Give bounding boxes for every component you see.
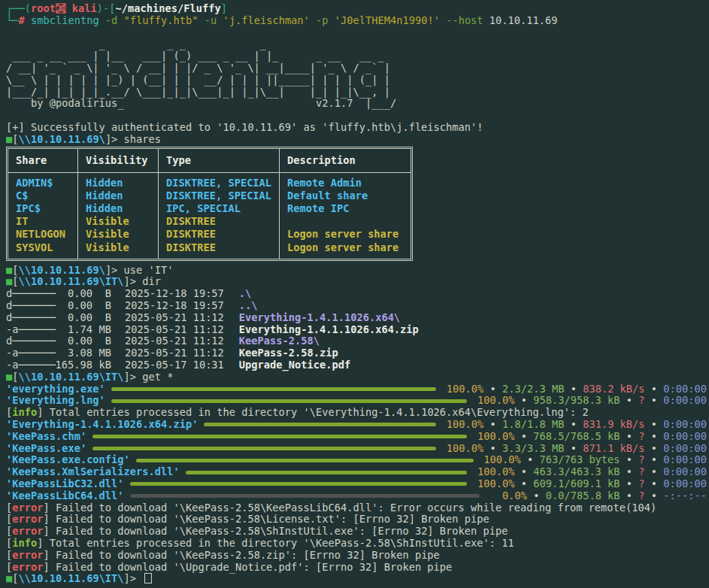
transfer-speed: 831.9 kB/s	[583, 419, 644, 431]
transfer-speed: ?	[638, 395, 644, 407]
table-cell: IT	[8, 215, 77, 228]
transfer-speed: ?	[638, 454, 644, 466]
transfer-speed: 838.2 kB/s	[583, 383, 644, 396]
dir-entry: -a──────1.74MB2025-05-21 11:12Everything…	[6, 324, 707, 336]
table-cell: Remote Admin	[280, 177, 411, 189]
error-message: [error] Failed to download '\KeePass-2.5…	[6, 502, 707, 514]
file-attributes: d───────	[6, 300, 51, 312]
prompt-close: ]>	[124, 572, 143, 584]
transfer-row: 'everything.exe'100.0% • 2.3/2.3 MB • 83…	[6, 383, 707, 396]
transfer-row: 'KeePass.exe'100.0% • 3.3/3.3 MB • 871.1…	[6, 443, 707, 455]
shell-command-line: └─# smbclientng -d "fluffy.htb" -u 'j.fl…	[6, 15, 707, 27]
prompt-square-icon: ■	[6, 133, 12, 145]
file-size: 1.74	[51, 324, 92, 336]
transfer-filename: 'KeePass.exe.config'	[6, 454, 130, 466]
transfer-size: 1.8/1.8 MB	[502, 419, 564, 431]
progress-bar	[92, 435, 467, 438]
bracket: [	[6, 549, 12, 561]
bracket: [	[6, 406, 12, 418]
blank-line	[6, 27, 707, 39]
prompt-frame: ]	[221, 2, 227, 14]
typed-command: shares	[124, 133, 161, 145]
transfer-speed: ?	[638, 490, 644, 502]
transfer-filename: 'Everything.lng'	[6, 395, 105, 407]
file-size-unit: B	[92, 300, 111, 312]
shares-table: Share ADMIN$ C$ IPC$ IT NETLOGON SYSVOL …	[6, 147, 413, 261]
command-name: smbclientng	[25, 14, 99, 26]
error-message: [error] Failed to download '\KeePass-2.5…	[6, 550, 707, 562]
table-cell: Default share	[280, 189, 411, 202]
progress-bar	[111, 399, 468, 403]
file-size-unit: B	[92, 312, 111, 324]
file-name: Upgrade_Notice.pdf	[239, 359, 350, 371]
bracket: ]	[43, 502, 55, 514]
message-text: Failed to download '\KeePass-2.58\KeePas…	[56, 502, 656, 514]
prompt-square-icon: ■	[6, 572, 12, 584]
column-header: Type	[159, 149, 279, 173]
table-cell: Hidden	[78, 189, 158, 202]
bullet-separator: •	[645, 466, 664, 478]
progress-bar-empty	[130, 494, 480, 498]
bullet-separator: •	[521, 454, 540, 466]
file-size: 0.00	[51, 288, 92, 300]
table-cell: ADMIN$	[8, 177, 77, 189]
transfer-time: 0:00:00	[663, 443, 707, 455]
transfer-row: 'Everything-1.4.1.1026.x64.zip'100.0% • …	[6, 419, 707, 431]
file-size-unit: MB	[92, 347, 111, 359]
error-tag: error	[12, 502, 43, 514]
bracket: [	[6, 513, 12, 525]
transfer-size: 463.3/463.3 kB	[533, 466, 620, 478]
table-cell: Logon server share	[280, 241, 411, 254]
file-size: 0.00	[51, 300, 92, 312]
prompt-user: root㉉ kali	[31, 2, 97, 14]
info-message: [info] Total entries processed in the di…	[6, 407, 707, 419]
dir-entry: -a──────3.08MB2025-05-21 11:12KeePass-2.…	[6, 347, 707, 359]
table-cell: Hidden	[78, 202, 158, 215]
table-cell: Visible	[78, 228, 158, 241]
info-message: [info] Total entries processed in the di…	[6, 538, 707, 550]
table-cell: Visible	[78, 241, 158, 254]
bullet-separator: •	[645, 443, 664, 455]
bullet-separator: •	[645, 383, 664, 396]
file-date: 2025-05-17 10:31	[125, 359, 224, 371]
bullet-separator: •	[564, 443, 583, 455]
file-date: 2025-05-21 11:12	[125, 324, 224, 336]
prompt-square-icon: ■	[6, 264, 12, 276]
transfer-speed: ?	[638, 478, 644, 490]
transfer-size: 763/763 bytes	[539, 454, 620, 466]
text-cursor[interactable]	[144, 573, 152, 583]
table-cell: NETLOGON	[8, 228, 77, 241]
ascii-banner-line: \__ \ | | | | | |_) | (__| | | __/ | | |…	[6, 74, 707, 86]
typed-command: use 'IT'	[124, 264, 174, 276]
transfer-time: 0:00:00	[663, 478, 707, 490]
directory-name: KeePass-2.58\	[239, 335, 320, 347]
prompt-frame: └─	[6, 14, 18, 26]
directory-name: .\	[239, 288, 251, 300]
transfer-filename: 'KeePass.XmlSerializers.dll'	[6, 466, 180, 478]
prompt-close: ]>	[124, 371, 143, 383]
message-text: Total entries processed in the directory…	[50, 537, 514, 549]
file-size: 0.00	[51, 335, 92, 347]
file-size: 0.00	[51, 312, 92, 324]
file-date: 2025-12-18 19:57	[125, 288, 224, 300]
table-cell: Remote IPC	[280, 202, 411, 215]
file-attributes: d───────	[6, 335, 51, 347]
table-cell: IPC, SPECIAL	[159, 202, 279, 215]
column-header: Visibility	[78, 149, 158, 173]
progress-bar	[92, 447, 436, 450]
file-name: Everything-1.4.1.1026.x64.zip	[239, 324, 419, 336]
message-text: Failed to download '\KeePass-2.58\Licens…	[56, 513, 489, 525]
file-attributes: -a──────	[6, 347, 51, 359]
bullet-separator: •	[514, 466, 533, 478]
error-tag: error	[12, 525, 43, 537]
bullet-separator: •	[620, 490, 639, 502]
bullet-separator: •	[645, 419, 664, 431]
transfer-time: 0:00:00	[663, 454, 707, 466]
progress-bar	[204, 423, 436, 426]
transfer-time: 0:00:00	[663, 395, 707, 407]
bullet-separator: •	[514, 478, 533, 490]
transfer-size: 609.1/609.1 kB	[533, 478, 620, 490]
transfer-row: 'KeePass.XmlSerializers.dll'100.0% • 463…	[6, 466, 707, 478]
bracket: ]	[43, 549, 55, 561]
table-cell: C$	[8, 189, 77, 202]
